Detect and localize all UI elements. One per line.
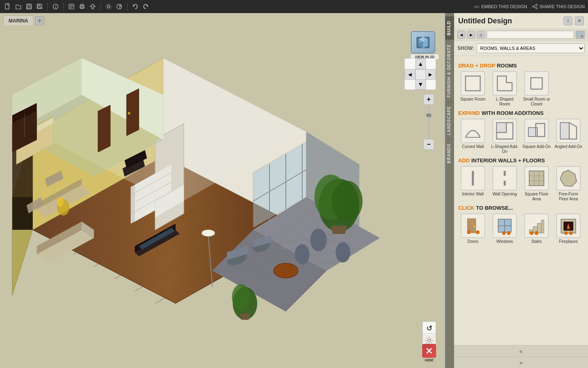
print-icon[interactable] — [78, 2, 87, 11]
grid-item-doors[interactable]: Doors — [458, 213, 488, 244]
share-btn[interactable]: SHARE THIS DESIGN — [532, 4, 585, 9]
svg-point-76 — [274, 263, 298, 278]
panel-header-icons: i ✕ — [564, 16, 584, 25]
toolbar-icons: + i ? — [3, 2, 150, 11]
tab-marina-label: MARINA — [9, 18, 28, 24]
svg-point-109 — [336, 242, 350, 263]
freeform-floor-label: Free-Form Floor Area — [554, 192, 583, 202]
grid-item-freeform-floor[interactable]: Free-Form Floor Area — [554, 166, 583, 202]
side-tab-furnish[interactable]: FURNISH & DECORATE — [445, 40, 454, 102]
collapse-up-button[interactable]: « — [454, 345, 588, 357]
nav-up-button[interactable]: ▲ — [415, 58, 426, 69]
grid-item-small-room[interactable]: Small Room or Closet — [522, 71, 551, 107]
save-as-icon[interactable]: + — [35, 2, 44, 11]
redo-icon[interactable] — [141, 2, 150, 11]
view-2d-icon-box[interactable] — [411, 31, 435, 54]
new-icon[interactable] — [3, 2, 12, 11]
grid-item-l-shaped-room[interactable]: L-Shaped Room — [490, 71, 519, 107]
square-room-label: Square Room — [460, 97, 486, 102]
info-panel-button[interactable]: i — [564, 16, 572, 25]
toolbar-right: </> EMBED THIS DESIGN SHARE THIS DESIGN — [474, 4, 585, 9]
canvas-area[interactable]: VIEW IN 2D ▲ ▼ ◄ ► + − ↺ HIDE — [0, 25, 444, 368]
tab-marina[interactable]: MARINA — [3, 16, 33, 25]
svg-marker-138 — [560, 170, 577, 186]
grid-item-l-shaped-addon[interactable]: L-Shaped Add-On — [490, 119, 519, 154]
export-icon[interactable] — [88, 2, 97, 11]
history-icon[interactable] — [67, 2, 76, 11]
svg-rect-2 — [28, 4, 30, 6]
nav-left-button[interactable]: ◄ — [405, 69, 415, 80]
side-tabs: BUILD FURNISH & DECORATE LANDSCAPE BRAND… — [445, 13, 454, 368]
svg-marker-98 — [98, 105, 110, 152]
expand-rooms-grid: Curved Wall L-Shaped Add-On Square Add-O… — [458, 119, 584, 154]
svg-point-156 — [564, 231, 568, 235]
panel-header: Untitled Design i ✕ — [454, 13, 588, 29]
side-tab-landscape[interactable]: LANDSCAPE — [445, 101, 454, 139]
nav-right-button[interactable]: ► — [425, 69, 436, 80]
interior-walls-grid: Interior Wall Wall Opening Square Floor … — [458, 166, 584, 202]
embed-btn[interactable]: </> EMBED THIS DESIGN — [474, 4, 527, 9]
panel-search-input[interactable] — [487, 31, 574, 39]
grid-item-curved-wall[interactable]: Curved Wall — [458, 119, 488, 154]
section-title-interior: ADD INTERIOR WALLS + FLOORS — [458, 157, 584, 164]
angled-addon-label: Angled Add-On — [555, 144, 582, 149]
svg-rect-124 — [497, 123, 506, 132]
grid-item-angled-addon[interactable]: Angled Add-On — [554, 119, 583, 154]
svg-point-97 — [128, 112, 130, 114]
toolbar-sep-2 — [63, 3, 64, 10]
help-icon[interactable]: ? — [115, 2, 124, 11]
stairs-icon — [524, 213, 549, 238]
grid-item-square-floor[interactable]: Square Floor Area — [522, 166, 551, 202]
panel-search-button[interactable]: 🔍 — [576, 31, 585, 39]
grid-item-square-addon[interactable]: Square Add-On — [522, 119, 551, 154]
grid-item-interior-wall[interactable]: Interior Wall — [458, 166, 488, 202]
panel-footer: « » — [454, 345, 588, 368]
hide-button[interactable] — [422, 344, 436, 358]
panel-nav: ◄ ► ⌂ 🔍 — [454, 29, 588, 41]
zoom-in-button[interactable]: + — [423, 94, 434, 105]
tab-add-button[interactable]: + — [35, 16, 44, 25]
side-tab-brands[interactable]: BRANDS — [445, 139, 454, 168]
open-icon[interactable] — [14, 2, 23, 11]
zoom-thumb[interactable] — [426, 114, 431, 117]
svg-point-153 — [535, 231, 538, 235]
svg-point-110 — [295, 244, 310, 265]
interior-wall-icon — [461, 166, 485, 191]
svg-marker-121 — [497, 76, 512, 91]
grid-item-windows[interactable]: Windows — [490, 213, 519, 244]
grid-item-fireplaces[interactable]: Fireplaces — [554, 213, 583, 244]
svg-text:?: ? — [118, 4, 121, 9]
square-room-icon — [461, 71, 485, 96]
view-2d-container: VIEW IN 2D — [411, 31, 439, 59]
nav-back-button[interactable]: ◄ — [457, 31, 466, 39]
undo-icon[interactable] — [131, 2, 140, 11]
close-panel-button[interactable]: ✕ — [575, 16, 584, 25]
svg-point-146 — [502, 231, 506, 235]
nav-home-button[interactable]: ⌂ — [477, 31, 485, 39]
svg-line-28 — [534, 7, 536, 8]
svg-rect-150 — [537, 223, 541, 233]
show-select[interactable]: ROOMS, WALLS & AREASFLOORSCEILINGS — [477, 43, 585, 53]
settings-icon[interactable] — [104, 2, 113, 11]
svg-point-107 — [57, 197, 64, 207]
collapse-down-button[interactable]: » — [454, 357, 588, 368]
svg-rect-6 — [38, 7, 40, 8]
nav-down-button[interactable]: ▼ — [415, 79, 426, 90]
interior-wall-label: Interior Wall — [462, 192, 484, 197]
section-title-browse: CLICK TO BROWSE... — [458, 205, 584, 211]
reset-view-button[interactable]: ↺ — [422, 321, 436, 335]
grid-item-square-room[interactable]: Square Room — [458, 71, 488, 107]
info-icon[interactable]: i — [51, 2, 60, 11]
save-icon[interactable] — [24, 2, 33, 11]
freeform-floor-icon — [556, 166, 581, 191]
svg-rect-5 — [38, 4, 40, 5]
svg-point-79 — [332, 181, 363, 222]
nav-forward-button[interactable]: ► — [467, 31, 475, 39]
zoom-out-button[interactable]: − — [423, 139, 434, 150]
svg-rect-122 — [531, 78, 542, 89]
grid-item-wall-opening[interactable]: Wall Opening — [490, 166, 519, 202]
l-shaped-addon-icon — [492, 119, 517, 143]
side-tab-build[interactable]: BUILD — [445, 16, 454, 40]
grid-item-stairs[interactable]: Stairs — [522, 213, 551, 244]
toolbar-sep-3 — [100, 3, 101, 10]
